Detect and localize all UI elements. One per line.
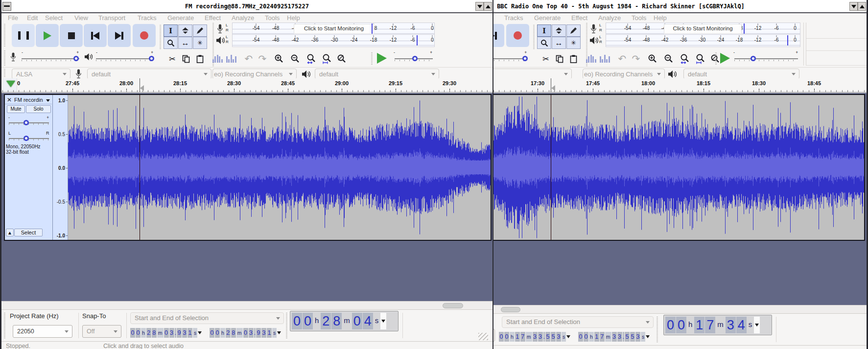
time-digit[interactable]: 5	[625, 332, 630, 342]
resize-grip[interactable]	[478, 333, 488, 340]
titlebar[interactable]: FM recording@88.7MHz_20240925175227	[0, 0, 493, 13]
zoom-fit-button[interactable]	[320, 52, 334, 65]
big-time-display-right[interactable]: 00h17m34s	[663, 315, 772, 335]
record-volume-thumb[interactable]	[73, 56, 79, 61]
pause-button[interactable]	[12, 24, 35, 47]
time-dropdown-arrow-icon[interactable]	[646, 335, 650, 338]
draw-tool-button[interactable]	[193, 24, 207, 37]
zoom-selection-button[interactable]	[305, 52, 318, 65]
waveform[interactable]	[68, 95, 491, 240]
menu-tools[interactable]: Tools	[632, 14, 646, 22]
track-menu-arrow-icon[interactable]	[46, 99, 50, 102]
horizontal-scrollbar[interactable]	[2, 301, 493, 309]
redo-button[interactable]: ↷	[256, 52, 269, 65]
cut-button[interactable]: ✂	[165, 52, 179, 65]
play-meter-right[interactable]: -54-48-42-36-30-24-18-12-60	[606, 34, 800, 47]
silence-audio-button[interactable]	[224, 52, 238, 65]
time-digit[interactable]: 3	[533, 332, 538, 342]
audio-track[interactable]: ✕ FM recordin Mute Solo - + L R	[4, 94, 492, 241]
time-digit[interactable]: 8	[152, 328, 157, 338]
paste-button[interactable]	[193, 52, 207, 65]
zoom-tool-button[interactable]	[164, 37, 178, 49]
record-button-right[interactable]	[506, 24, 529, 47]
gain-thumb[interactable]	[23, 120, 29, 125]
time-digit[interactable]: 1	[515, 332, 520, 342]
selection-end-field-right[interactable]: 00h17m33.553s	[578, 332, 650, 343]
menu-edit[interactable]: Edit	[27, 14, 38, 22]
time-digit[interactable]: 3	[726, 317, 736, 333]
trim-audio-button[interactable]	[211, 52, 224, 65]
zoom-in-button-right[interactable]	[646, 52, 659, 65]
time-digit[interactable]: 3	[261, 328, 266, 338]
skip-start-button[interactable]	[84, 24, 107, 47]
tools-grip[interactable]	[160, 25, 161, 49]
time-digit[interactable]: 8	[331, 313, 342, 329]
time-dropdown-arrow-icon[interactable]	[277, 331, 281, 334]
time-digit[interactable]: 9	[177, 328, 182, 338]
multi-tool-button-right[interactable]: ✳	[566, 37, 581, 49]
bigtime-grip[interactable]	[286, 313, 287, 338]
record-button[interactable]	[133, 24, 156, 47]
play-button[interactable]	[36, 24, 59, 47]
play-meter[interactable]: -54-48-42-36-30-24-18-12-60	[232, 34, 435, 47]
time-digit[interactable]: 7	[520, 332, 525, 342]
solo-button[interactable]: Solo	[26, 105, 51, 113]
silence-audio-button-right[interactable]	[598, 52, 611, 65]
play-at-speed-button[interactable]	[377, 53, 387, 64]
time-digit[interactable]: .	[175, 328, 176, 338]
time-digit[interactable]: 0	[292, 313, 302, 329]
time-digit[interactable]: 3	[182, 328, 187, 338]
recording-device-select-right[interactable]: default	[493, 69, 572, 79]
snap-to-select-right[interactable]	[493, 329, 495, 342]
maximize-button[interactable]	[484, 2, 492, 11]
timeline-ruler[interactable]: 027:4528:0028:1528:3028:4529:0029:1529:3…	[0, 78, 493, 93]
monitor-overlay[interactable]: Click to Start Monitoring	[664, 24, 742, 34]
recording-channels-select[interactable]: eo) Recording Channels	[212, 69, 297, 79]
time-digit[interactable]: 4	[736, 317, 747, 333]
time-digit[interactable]: 0	[136, 328, 141, 338]
time-digit[interactable]: 3	[612, 332, 617, 342]
time-digit[interactable]: 8	[231, 328, 236, 338]
skip-end-button-right[interactable]	[493, 24, 504, 47]
copy-button[interactable]	[179, 52, 193, 65]
collapse-track-button[interactable]: ▲	[6, 229, 14, 236]
playback-device-select-right[interactable]: default	[683, 69, 799, 79]
snap-to-select[interactable]: Off	[82, 325, 121, 338]
time-dropdown-arrow-icon[interactable]	[566, 335, 570, 338]
time-digit[interactable]: 5	[630, 332, 635, 342]
time-digit[interactable]: 3	[617, 332, 622, 342]
bigtime-grip-right[interactable]	[657, 317, 658, 342]
timeshift-tool-button[interactable]: ↔	[178, 37, 192, 49]
menu-tools[interactable]: Tools	[265, 14, 280, 22]
track-close-button[interactable]: ✕	[7, 96, 12, 103]
minimize-button-right[interactable]	[849, 2, 858, 11]
trim-audio-button-right[interactable]	[584, 52, 598, 65]
toolbar-grip[interactable]	[4, 24, 5, 47]
menu-view[interactable]: View	[74, 14, 88, 22]
time-digit[interactable]: 3	[556, 332, 561, 342]
track-area[interactable]: ✕ FM recordin Mute Solo - + L R	[0, 93, 493, 301]
time-dropdown-arrow-icon[interactable]	[198, 331, 202, 334]
menu-help[interactable]: Help	[654, 14, 667, 22]
menu-effect[interactable]: Effect	[571, 14, 587, 22]
menu-tracks[interactable]: Tracks	[504, 14, 523, 22]
time-digit[interactable]: .	[623, 332, 624, 342]
time-digit[interactable]: 1	[188, 328, 192, 338]
time-digit[interactable]: 5	[551, 332, 556, 342]
monitor-overlay[interactable]: Click to Start Monitoring	[294, 24, 374, 34]
audio-track-right[interactable]	[493, 94, 865, 241]
time-digit[interactable]: 2	[226, 328, 231, 338]
menu-analyze[interactable]: Analyze	[232, 14, 254, 22]
playback-volume-slider[interactable]	[96, 58, 154, 59]
time-digit[interactable]: .	[543, 332, 545, 342]
recording-device-select[interactable]: default	[87, 69, 211, 79]
horizontal-scrollbar-thumb-right[interactable]	[501, 307, 520, 312]
undo-button-right[interactable]: ↶	[615, 52, 629, 65]
selection-tool-button[interactable]: I	[164, 24, 178, 37]
zoom-toggle-button[interactable]	[335, 52, 349, 65]
time-digit[interactable]: 0	[499, 332, 504, 342]
redo-button-right[interactable]: ↷	[629, 52, 643, 65]
audio-host-select[interactable]: ALSA	[12, 69, 70, 79]
minimize-button[interactable]	[475, 2, 484, 11]
recording-channels-select-right[interactable]: eo) Recording Channels	[583, 69, 665, 79]
